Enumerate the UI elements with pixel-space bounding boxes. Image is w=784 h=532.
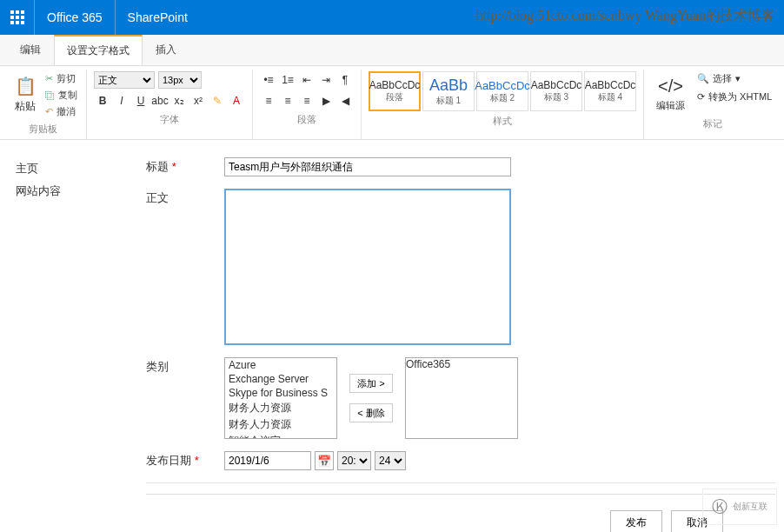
label-publish-date: 发布日期 * — [146, 451, 224, 469]
copy-icon: ⿻ — [45, 90, 55, 101]
add-category-button[interactable]: 添加 > — [349, 374, 393, 393]
code-icon: </> — [658, 73, 684, 99]
hour-select[interactable]: 20: — [337, 451, 371, 470]
cut-button[interactable]: ✂剪切 — [43, 71, 79, 86]
undo-button[interactable]: ↶撤消 — [43, 104, 79, 119]
publish-button[interactable]: 发布 — [610, 510, 662, 532]
calendar-button[interactable]: 📅 — [315, 451, 334, 470]
minute-select[interactable]: 24 — [375, 451, 406, 470]
selected-categories-list[interactable]: Office365 — [405, 357, 518, 439]
style-paragraph[interactable]: AaBbCcDc段落 — [369, 71, 421, 111]
outdent-button[interactable]: ⇤ — [298, 71, 316, 89]
nav-site-contents[interactable]: 网站内容 — [16, 180, 146, 203]
align-right-button[interactable]: ≡ — [298, 92, 316, 110]
numbering-button[interactable]: 1≡ — [279, 71, 296, 89]
font-color-button[interactable]: A — [228, 92, 245, 110]
title-input[interactable] — [224, 157, 511, 176]
paste-label: 粘贴 — [15, 99, 36, 114]
label-category: 类别 — [146, 357, 224, 375]
style-heading3[interactable]: AaBbCcDc标题 3 — [530, 71, 582, 111]
divider — [146, 482, 775, 483]
tab-format-text[interactable]: 设置文字格式 — [54, 35, 143, 65]
strikethrough-button[interactable]: abc — [151, 92, 169, 110]
convert-icon: ⟳ — [697, 91, 705, 103]
footer-logo: Ⓚ 创新互联 — [702, 489, 777, 525]
list-item[interactable]: 财务人力资源 — [225, 400, 336, 416]
edit-form: 标题 * 正文 类别 Azure Exchange Server Skype f… — [146, 157, 775, 532]
underline-button[interactable]: U — [132, 92, 149, 110]
ribbon-tabs: 编辑 设置文字格式 插入 — [0, 35, 784, 66]
nav-home[interactable]: 主页 — [16, 157, 146, 180]
copy-button[interactable]: ⿻复制 — [43, 88, 79, 103]
group-label-paragraph: 段落 — [297, 110, 316, 128]
label-title: 标题 * — [146, 157, 224, 175]
rtl-button[interactable]: ◀ — [336, 92, 354, 110]
style-heading1[interactable]: AaBb标题 1 — [422, 71, 475, 111]
ribbon-group-marks: </> 编辑源 🔍选择▾ ⟳转换为 XHTML 标记 — [644, 70, 781, 139]
ribbon-group-styles: AaBbCcDc段落 AaBb标题 1 AaBbCcDc标题 2 AaBbCcD… — [362, 70, 644, 139]
list-item[interactable]: Skype for Business S — [225, 386, 336, 400]
list-item[interactable]: 财务人力资源 — [225, 416, 336, 433]
tab-edit[interactable]: 编辑 — [7, 35, 54, 65]
ribbon-group-clipboard: 📋 粘贴 ✂剪切 ⿻复制 ↶撤消 剪贴板 — [0, 70, 87, 139]
body-textarea[interactable] — [224, 189, 511, 345]
undo-icon: ↶ — [45, 106, 53, 117]
available-categories-list[interactable]: Azure Exchange Server Skype for Business… — [224, 357, 337, 439]
calendar-icon: 📅 — [317, 455, 331, 468]
subscript-button[interactable]: x₂ — [170, 92, 188, 110]
pilcrow-button[interactable]: ¶ — [336, 71, 354, 89]
publish-date-input[interactable] — [224, 451, 311, 470]
paste-icon: 📋 — [12, 73, 38, 99]
ribbon-group-font: 正文 13px B I U abc x₂ x² ✎ A 字体 — [87, 70, 253, 139]
select-icon: 🔍 — [697, 73, 709, 84]
bullets-button[interactable]: •≡ — [260, 71, 277, 89]
brand-office365[interactable]: Office 365 — [35, 0, 116, 35]
app-launcher[interactable] — [0, 0, 35, 35]
superscript-button[interactable]: x² — [189, 92, 207, 110]
align-left-button[interactable]: ≡ — [260, 92, 277, 110]
scissors-icon: ✂ — [45, 73, 53, 84]
page-content: 主页 网站内容 标题 * 正文 类别 Azure Exchange Server… — [0, 140, 784, 532]
ribbon-group-paragraph: •≡ 1≡ ⇤ ⇥ ¶ ≡ ≡ ≡ ▶ ◀ 段落 — [253, 70, 362, 139]
left-nav: 主页 网站内容 — [16, 157, 146, 532]
style-heading2[interactable]: AaBbCcDc标题 2 — [476, 71, 528, 111]
style-heading4[interactable]: AaBbCcDc标题 4 — [584, 71, 636, 111]
select-button[interactable]: 🔍选择▾ — [695, 71, 774, 86]
group-label-clipboard: 剪贴板 — [29, 119, 57, 137]
italic-button[interactable]: I — [113, 92, 130, 110]
tab-insert[interactable]: 插入 — [143, 35, 189, 65]
group-label-font: 字体 — [160, 110, 179, 128]
group-label-marks: 标记 — [703, 114, 722, 132]
chevron-down-icon: ▾ — [735, 73, 741, 84]
edit-source-button[interactable]: </> 编辑源 — [651, 71, 690, 114]
label-body: 正文 — [146, 189, 224, 206]
list-item[interactable]: 智能会议室 — [225, 433, 336, 439]
paste-button[interactable]: 📋 粘贴 — [7, 71, 43, 116]
remove-category-button[interactable]: < 删除 — [349, 403, 393, 422]
convert-xhtml-button[interactable]: ⟳转换为 XHTML — [695, 90, 774, 104]
brand-sharepoint[interactable]: SharePoint — [116, 0, 200, 35]
waffle-icon — [10, 10, 24, 24]
align-center-button[interactable]: ≡ — [279, 92, 296, 110]
ribbon: 📋 粘贴 ✂剪切 ⿻复制 ↶撤消 剪贴板 正文 13px B I U abc x… — [0, 66, 784, 140]
list-item[interactable]: Azure — [225, 358, 336, 372]
font-name-select[interactable]: 正文 — [94, 71, 155, 89]
group-label-styles: 样式 — [493, 111, 512, 130]
highlight-button[interactable]: ✎ — [209, 92, 226, 110]
indent-button[interactable]: ⇥ — [317, 71, 335, 89]
ltr-button[interactable]: ▶ — [317, 92, 335, 110]
list-item[interactable]: Office365 — [406, 358, 517, 370]
blog-watermark: http://blog.51cto.com/scnbwy WangYuan的技术… — [475, 7, 775, 25]
app-header: Office 365 SharePoint http://blog.51cto.… — [0, 0, 784, 35]
font-size-select[interactable]: 13px — [158, 71, 202, 89]
bold-button[interactable]: B — [94, 92, 111, 110]
logo-icon: Ⓚ — [712, 496, 728, 517]
list-item[interactable]: Exchange Server — [225, 372, 336, 386]
